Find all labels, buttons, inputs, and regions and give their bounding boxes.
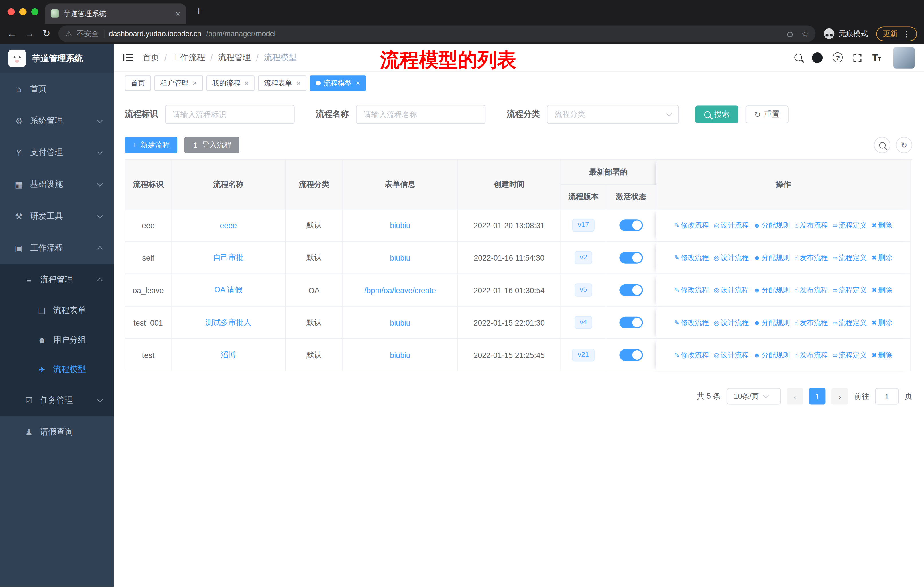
reload-button[interactable]: ↻ xyxy=(42,29,50,38)
window-zoom-button[interactable] xyxy=(31,8,38,15)
action-definition[interactable]: ∞流程定义 xyxy=(833,318,867,326)
process-id-input[interactable] xyxy=(165,105,295,124)
action-delete[interactable]: ✖删除 xyxy=(871,351,892,359)
active-toggle[interactable] xyxy=(619,317,643,329)
browser-tab[interactable]: 芋道管理系统 × xyxy=(45,3,186,23)
tab-process-form[interactable]: 流程表单 × xyxy=(258,75,307,91)
action-design[interactable]: ◎设计流程 xyxy=(714,318,749,326)
help-icon[interactable]: ? xyxy=(833,53,843,63)
action-delete[interactable]: ✖删除 xyxy=(871,221,892,229)
import-process-button[interactable]: ↥ 导入流程 xyxy=(185,137,239,153)
sidebar-item-leave-query[interactable]: ♟ 请假查询 xyxy=(0,417,114,448)
action-definition[interactable]: ∞流程定义 xyxy=(833,221,867,229)
action-publish[interactable]: ☝发布流程 xyxy=(795,351,828,359)
action-publish[interactable]: ☝发布流程 xyxy=(795,286,828,294)
active-toggle[interactable] xyxy=(619,284,643,296)
action-publish[interactable]: ☝发布流程 xyxy=(795,253,828,262)
action-delete[interactable]: ✖删除 xyxy=(871,286,892,294)
active-toggle[interactable] xyxy=(619,349,643,361)
action-design[interactable]: ◎设计流程 xyxy=(714,253,749,262)
tab-tenant-mgmt[interactable]: 租户管理 × xyxy=(154,75,203,91)
action-design[interactable]: ◎设计流程 xyxy=(714,286,749,294)
sidebar-item-process-form[interactable]: ❏ 流程表单 xyxy=(0,296,114,326)
browser-menu-icon[interactable]: ⋮ xyxy=(903,29,911,38)
action-assign-rule[interactable]: ☻分配规则 xyxy=(754,318,790,326)
action-edit[interactable]: ✎修改流程 xyxy=(674,318,709,326)
sidebar-item-system[interactable]: ⚙ 系统管理 xyxy=(0,105,114,137)
toggle-search-button[interactable] xyxy=(874,137,891,153)
create-process-button[interactable]: + 新建流程 xyxy=(125,137,178,153)
action-assign-rule[interactable]: ☻分配规则 xyxy=(754,221,790,229)
current-page-button[interactable]: 1 xyxy=(809,388,826,405)
browser-update-button[interactable]: 更新 ⋮ xyxy=(876,26,917,41)
search-button[interactable]: 搜索 xyxy=(695,106,738,123)
action-edit[interactable]: ✎修改流程 xyxy=(674,221,709,229)
tab-process-model[interactable]: 流程模型 × xyxy=(310,75,366,91)
action-delete[interactable]: ✖删除 xyxy=(871,253,892,262)
sidebar-collapse-icon[interactable] xyxy=(123,54,133,61)
window-close-button[interactable] xyxy=(8,8,15,15)
sidebar-item-workflow[interactable]: ▣ 工作流程 xyxy=(0,232,114,264)
forward-button[interactable]: → xyxy=(25,29,34,38)
action-definition[interactable]: ∞流程定义 xyxy=(833,351,867,359)
tab-home[interactable]: 首页 xyxy=(125,75,151,91)
form-info-link[interactable]: biubiu xyxy=(390,253,410,262)
action-assign-rule[interactable]: ☻分配规则 xyxy=(754,286,790,294)
breadcrumb-item[interactable]: 工作流程 xyxy=(172,52,205,63)
action-definition[interactable]: ∞流程定义 xyxy=(833,253,867,262)
page-size-select[interactable]: 10条/页 xyxy=(727,388,781,405)
back-button[interactable]: ← xyxy=(7,29,16,38)
action-design[interactable]: ◎设计流程 xyxy=(714,351,749,359)
breadcrumb-item[interactable]: 流程管理 xyxy=(218,52,251,63)
action-assign-rule[interactable]: ☻分配规则 xyxy=(754,351,790,359)
sidebar-item-process-mgmt[interactable]: ≡ 流程管理 xyxy=(0,264,114,296)
close-icon[interactable]: × xyxy=(297,79,300,88)
sidebar-item-payment[interactable]: ¥ 支付管理 xyxy=(0,137,114,169)
process-name-link[interactable]: 测试多审批人 xyxy=(205,318,251,327)
action-edit[interactable]: ✎修改流程 xyxy=(674,286,709,294)
bookmark-star-icon[interactable]: ☆ xyxy=(801,29,808,38)
sidebar-item-infra[interactable]: ▦ 基础设施 xyxy=(0,169,114,200)
fullscreen-icon[interactable] xyxy=(853,53,863,62)
process-category-select[interactable]: 流程分类 xyxy=(547,105,679,124)
new-tab-button[interactable]: + xyxy=(196,5,202,18)
password-key-icon[interactable] xyxy=(788,31,797,36)
active-toggle[interactable] xyxy=(619,219,643,231)
process-name-link[interactable]: eeee xyxy=(220,221,237,230)
font-size-icon[interactable]: TT xyxy=(873,53,881,62)
form-info-link[interactable]: biubiu xyxy=(390,221,410,230)
address-bar[interactable]: ⚠ 不安全 dashboard.yudao.iocoder.cn /bpm/ma… xyxy=(59,25,816,42)
sidebar-item-process-model[interactable]: ✈ 流程模型 xyxy=(0,355,114,385)
github-icon[interactable] xyxy=(812,52,823,63)
process-name-link[interactable]: OA 请假 xyxy=(214,286,242,294)
close-icon[interactable]: × xyxy=(244,79,249,88)
action-publish[interactable]: ☝发布流程 xyxy=(795,318,828,326)
action-design[interactable]: ◎设计流程 xyxy=(714,221,749,229)
tab-close-icon[interactable]: × xyxy=(176,9,180,18)
form-info-link[interactable]: /bpm/oa/leave/create xyxy=(364,286,436,294)
sidebar-item-home[interactable]: ⌂ 首页 xyxy=(0,73,114,105)
tab-my-process[interactable]: 我的流程 × xyxy=(206,75,255,91)
next-page-button[interactable]: › xyxy=(832,388,848,405)
process-name-input[interactable] xyxy=(356,105,486,124)
form-info-link[interactable]: biubiu xyxy=(390,351,410,359)
close-icon[interactable]: × xyxy=(193,79,197,88)
action-publish[interactable]: ☝发布流程 xyxy=(795,221,828,229)
active-toggle[interactable] xyxy=(619,252,643,264)
sidebar-item-task-mgmt[interactable]: ☑ 任务管理 xyxy=(0,384,114,416)
process-name-link[interactable]: 滔博 xyxy=(221,350,236,359)
action-edit[interactable]: ✎修改流程 xyxy=(674,253,709,262)
sidebar-item-devtools[interactable]: ⚒ 研发工具 xyxy=(0,201,114,232)
sidebar-item-user-group[interactable]: ☻ 用户分组 xyxy=(0,326,114,355)
breadcrumb-item[interactable]: 首页 xyxy=(143,52,159,63)
avatar[interactable] xyxy=(893,47,914,68)
refresh-button[interactable]: ↻ xyxy=(896,137,912,153)
action-definition[interactable]: ∞流程定义 xyxy=(833,286,867,294)
action-assign-rule[interactable]: ☻分配规则 xyxy=(754,253,790,262)
action-delete[interactable]: ✖删除 xyxy=(871,318,892,326)
search-icon[interactable] xyxy=(795,54,802,61)
prev-page-button[interactable]: ‹ xyxy=(787,388,804,405)
window-minimize-button[interactable] xyxy=(20,8,26,15)
goto-page-input[interactable] xyxy=(875,388,899,405)
reset-button[interactable]: ↻ 重置 xyxy=(746,106,789,123)
